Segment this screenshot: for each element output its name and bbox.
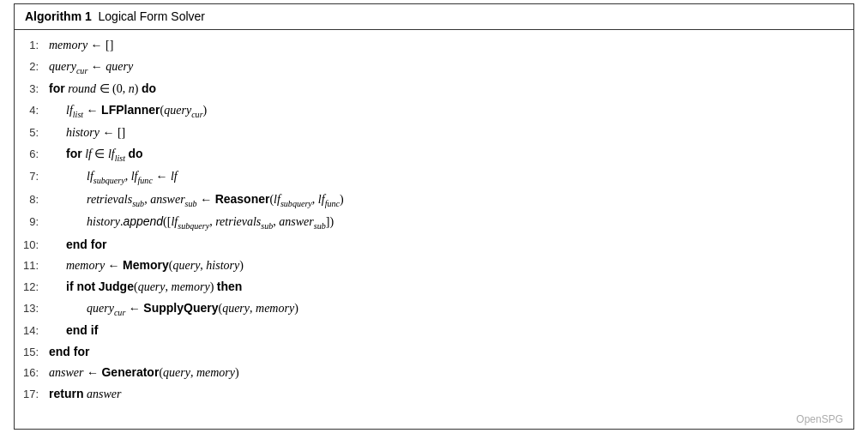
line-content: end if (45, 322, 853, 340)
line-number: 5: (15, 124, 45, 141)
algorithm-line: 14:end if (15, 321, 853, 342)
algorithm-line: 6:for lf ∈ lflist do (15, 144, 853, 166)
line-content: lfsubquery, lffunc ← lf (45, 167, 853, 187)
line-content: for round ∈ (0, n) do (45, 80, 853, 99)
line-number: 6: (15, 146, 45, 163)
algorithm-line: 9:history.append([lfsubquery, retrievals… (15, 212, 853, 234)
line-number: 14: (15, 322, 45, 340)
line-number: 15: (15, 344, 45, 361)
line-content: end for (45, 236, 853, 255)
line-content: lflist ← LFPlanner(querycur) (45, 101, 853, 121)
algorithm-title: Logical Form Solver (99, 9, 206, 23)
line-number: 11: (15, 257, 45, 274)
line-number: 12: (15, 279, 45, 296)
line-content: if not Judge(query, memory) then (45, 278, 853, 297)
algorithm-line: 15:end for (15, 341, 853, 363)
algorithm-line: 10:end for (15, 234, 853, 256)
line-number: 9: (15, 213, 45, 231)
line-content: return answer (45, 385, 853, 404)
algorithm-line: 16:answer ← Generator(query, memory) (15, 363, 853, 384)
line-content: history.append([lfsubquery, retrievalssu… (45, 213, 853, 232)
algorithm-header: Algorithm 1 Logical Form Solver (15, 4, 853, 30)
line-content: history ← [] (45, 123, 853, 142)
algorithm-container: Algorithm 1 Logical Form Solver 1:memory… (14, 3, 854, 430)
line-content: querycur ← query (45, 57, 853, 77)
line-number: 7: (15, 168, 45, 185)
line-content: memory ← [] (45, 36, 853, 55)
algorithm-line: 5:history ← [] (15, 123, 853, 144)
line-number: 4: (15, 102, 45, 119)
line-number: 16: (15, 364, 45, 382)
algorithm-line: 8:retrievalssub, answersub ← Reasoner(lf… (15, 189, 853, 211)
algorithm-body: 1:memory ← []2:querycur ← query3:for rou… (15, 30, 853, 412)
line-number: 8: (15, 191, 45, 208)
line-content: querycur ← SupplyQuery(query, memory) (45, 299, 853, 319)
line-number: 17: (15, 386, 45, 403)
algorithm-line: 11:memory ← Memory(query, history) (15, 256, 853, 277)
algorithm-line: 13:querycur ← SupplyQuery(query, memory) (15, 298, 853, 320)
algorithm-line: 2:querycur ← query (15, 56, 853, 78)
line-number: 13: (15, 300, 45, 317)
line-content: retrievalssub, answersub ← Reasoner(lfsu… (45, 190, 853, 210)
algorithm-line: 7:lfsubquery, lffunc ← lf (15, 166, 853, 189)
line-number: 1: (15, 37, 45, 54)
algorithm-line: 1:memory ← [] (15, 35, 853, 57)
algorithm-line: 3:for round ∈ (0, n) do (15, 79, 853, 100)
algorithm-label: Algorithm 1 (25, 9, 92, 23)
line-number: 2: (15, 58, 45, 75)
algorithm-line: 4:lflist ← LFPlanner(querycur) (15, 99, 853, 122)
watermark: OpenSPG (15, 412, 853, 429)
line-content: for lf ∈ lflist do (45, 145, 853, 165)
algorithm-line: 17:return answer (15, 384, 853, 406)
line-content: memory ← Memory(query, history) (45, 256, 853, 275)
line-number: 3: (15, 81, 45, 98)
algorithm-line: 12:if not Judge(query, memory) then (15, 277, 853, 298)
line-content: answer ← Generator(query, memory) (45, 364, 853, 382)
line-number: 10: (15, 237, 45, 254)
line-content: end for (45, 343, 853, 362)
